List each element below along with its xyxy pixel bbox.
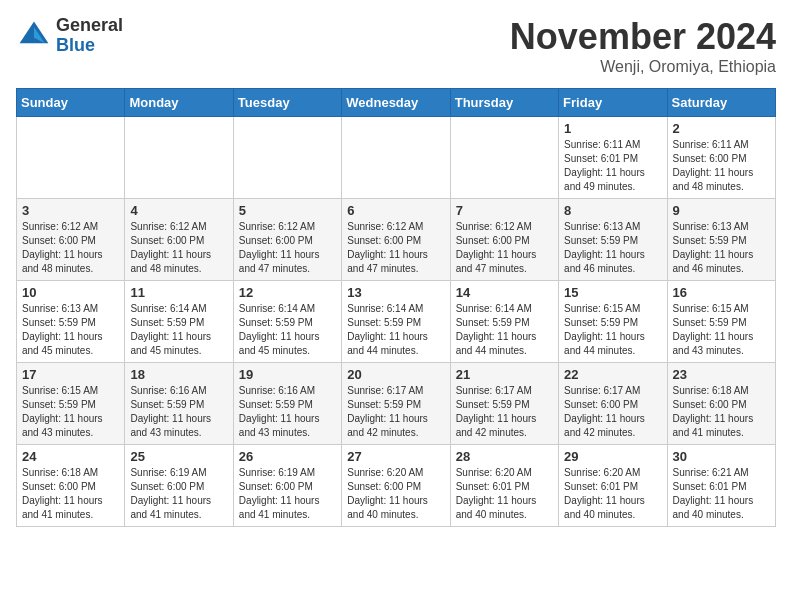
day-number: 25 [130, 449, 227, 464]
logo-icon [16, 18, 52, 54]
day-of-week-header: Sunday [17, 89, 125, 117]
day-info: Sunrise: 6:14 AM Sunset: 5:59 PM Dayligh… [239, 302, 336, 358]
calendar-day-cell [342, 117, 450, 199]
day-number: 24 [22, 449, 119, 464]
day-number: 28 [456, 449, 553, 464]
calendar-day-cell: 30Sunrise: 6:21 AM Sunset: 6:01 PM Dayli… [667, 445, 775, 527]
calendar-day-cell: 5Sunrise: 6:12 AM Sunset: 6:00 PM Daylig… [233, 199, 341, 281]
calendar-day-cell [17, 117, 125, 199]
day-info: Sunrise: 6:11 AM Sunset: 6:01 PM Dayligh… [564, 138, 661, 194]
day-info: Sunrise: 6:19 AM Sunset: 6:00 PM Dayligh… [130, 466, 227, 522]
day-info: Sunrise: 6:20 AM Sunset: 6:01 PM Dayligh… [564, 466, 661, 522]
calendar-day-cell: 2Sunrise: 6:11 AM Sunset: 6:00 PM Daylig… [667, 117, 775, 199]
day-info: Sunrise: 6:12 AM Sunset: 6:00 PM Dayligh… [456, 220, 553, 276]
day-info: Sunrise: 6:19 AM Sunset: 6:00 PM Dayligh… [239, 466, 336, 522]
calendar-week-row: 24Sunrise: 6:18 AM Sunset: 6:00 PM Dayli… [17, 445, 776, 527]
day-of-week-header: Friday [559, 89, 667, 117]
title-block: November 2024 Wenji, Oromiya, Ethiopia [510, 16, 776, 76]
day-info: Sunrise: 6:20 AM Sunset: 6:00 PM Dayligh… [347, 466, 444, 522]
calendar-day-cell: 21Sunrise: 6:17 AM Sunset: 5:59 PM Dayli… [450, 363, 558, 445]
day-info: Sunrise: 6:14 AM Sunset: 5:59 PM Dayligh… [130, 302, 227, 358]
page-header: General Blue November 2024 Wenji, Oromiy… [16, 16, 776, 76]
day-info: Sunrise: 6:12 AM Sunset: 6:00 PM Dayligh… [239, 220, 336, 276]
calendar-header-row: SundayMondayTuesdayWednesdayThursdayFrid… [17, 89, 776, 117]
day-number: 1 [564, 121, 661, 136]
day-info: Sunrise: 6:13 AM Sunset: 5:59 PM Dayligh… [673, 220, 770, 276]
day-number: 4 [130, 203, 227, 218]
calendar-day-cell: 29Sunrise: 6:20 AM Sunset: 6:01 PM Dayli… [559, 445, 667, 527]
calendar-day-cell: 28Sunrise: 6:20 AM Sunset: 6:01 PM Dayli… [450, 445, 558, 527]
day-number: 20 [347, 367, 444, 382]
day-info: Sunrise: 6:12 AM Sunset: 6:00 PM Dayligh… [22, 220, 119, 276]
calendar-day-cell: 27Sunrise: 6:20 AM Sunset: 6:00 PM Dayli… [342, 445, 450, 527]
day-info: Sunrise: 6:16 AM Sunset: 5:59 PM Dayligh… [239, 384, 336, 440]
month-title: November 2024 [510, 16, 776, 58]
day-info: Sunrise: 6:17 AM Sunset: 5:59 PM Dayligh… [347, 384, 444, 440]
calendar-week-row: 1Sunrise: 6:11 AM Sunset: 6:01 PM Daylig… [17, 117, 776, 199]
day-info: Sunrise: 6:17 AM Sunset: 5:59 PM Dayligh… [456, 384, 553, 440]
calendar-day-cell: 3Sunrise: 6:12 AM Sunset: 6:00 PM Daylig… [17, 199, 125, 281]
day-number: 21 [456, 367, 553, 382]
day-number: 6 [347, 203, 444, 218]
calendar-day-cell: 17Sunrise: 6:15 AM Sunset: 5:59 PM Dayli… [17, 363, 125, 445]
calendar-day-cell: 19Sunrise: 6:16 AM Sunset: 5:59 PM Dayli… [233, 363, 341, 445]
calendar-day-cell: 11Sunrise: 6:14 AM Sunset: 5:59 PM Dayli… [125, 281, 233, 363]
day-info: Sunrise: 6:21 AM Sunset: 6:01 PM Dayligh… [673, 466, 770, 522]
day-number: 11 [130, 285, 227, 300]
day-info: Sunrise: 6:11 AM Sunset: 6:00 PM Dayligh… [673, 138, 770, 194]
day-number: 22 [564, 367, 661, 382]
calendar-day-cell: 10Sunrise: 6:13 AM Sunset: 5:59 PM Dayli… [17, 281, 125, 363]
calendar-day-cell: 8Sunrise: 6:13 AM Sunset: 5:59 PM Daylig… [559, 199, 667, 281]
logo: General Blue [16, 16, 123, 56]
day-info: Sunrise: 6:16 AM Sunset: 5:59 PM Dayligh… [130, 384, 227, 440]
day-info: Sunrise: 6:13 AM Sunset: 5:59 PM Dayligh… [564, 220, 661, 276]
calendar-day-cell: 23Sunrise: 6:18 AM Sunset: 6:00 PM Dayli… [667, 363, 775, 445]
calendar-day-cell: 15Sunrise: 6:15 AM Sunset: 5:59 PM Dayli… [559, 281, 667, 363]
logo-blue-text: Blue [56, 36, 123, 56]
day-number: 23 [673, 367, 770, 382]
day-number: 12 [239, 285, 336, 300]
calendar-day-cell: 25Sunrise: 6:19 AM Sunset: 6:00 PM Dayli… [125, 445, 233, 527]
day-number: 27 [347, 449, 444, 464]
calendar-day-cell [125, 117, 233, 199]
day-number: 17 [22, 367, 119, 382]
calendar-day-cell: 6Sunrise: 6:12 AM Sunset: 6:00 PM Daylig… [342, 199, 450, 281]
day-number: 19 [239, 367, 336, 382]
day-info: Sunrise: 6:20 AM Sunset: 6:01 PM Dayligh… [456, 466, 553, 522]
calendar-week-row: 3Sunrise: 6:12 AM Sunset: 6:00 PM Daylig… [17, 199, 776, 281]
day-info: Sunrise: 6:12 AM Sunset: 6:00 PM Dayligh… [130, 220, 227, 276]
calendar-day-cell: 24Sunrise: 6:18 AM Sunset: 6:00 PM Dayli… [17, 445, 125, 527]
day-info: Sunrise: 6:14 AM Sunset: 5:59 PM Dayligh… [347, 302, 444, 358]
calendar-day-cell: 18Sunrise: 6:16 AM Sunset: 5:59 PM Dayli… [125, 363, 233, 445]
day-info: Sunrise: 6:15 AM Sunset: 5:59 PM Dayligh… [22, 384, 119, 440]
day-info: Sunrise: 6:13 AM Sunset: 5:59 PM Dayligh… [22, 302, 119, 358]
day-number: 29 [564, 449, 661, 464]
calendar-day-cell: 13Sunrise: 6:14 AM Sunset: 5:59 PM Dayli… [342, 281, 450, 363]
calendar-day-cell: 16Sunrise: 6:15 AM Sunset: 5:59 PM Dayli… [667, 281, 775, 363]
day-info: Sunrise: 6:15 AM Sunset: 5:59 PM Dayligh… [564, 302, 661, 358]
day-number: 30 [673, 449, 770, 464]
day-number: 13 [347, 285, 444, 300]
calendar-day-cell: 1Sunrise: 6:11 AM Sunset: 6:01 PM Daylig… [559, 117, 667, 199]
calendar-table: SundayMondayTuesdayWednesdayThursdayFrid… [16, 88, 776, 527]
calendar-day-cell: 12Sunrise: 6:14 AM Sunset: 5:59 PM Dayli… [233, 281, 341, 363]
day-number: 2 [673, 121, 770, 136]
calendar-day-cell: 7Sunrise: 6:12 AM Sunset: 6:00 PM Daylig… [450, 199, 558, 281]
calendar-week-row: 10Sunrise: 6:13 AM Sunset: 5:59 PM Dayli… [17, 281, 776, 363]
day-info: Sunrise: 6:12 AM Sunset: 6:00 PM Dayligh… [347, 220, 444, 276]
day-info: Sunrise: 6:18 AM Sunset: 6:00 PM Dayligh… [673, 384, 770, 440]
day-number: 15 [564, 285, 661, 300]
calendar-day-cell: 14Sunrise: 6:14 AM Sunset: 5:59 PM Dayli… [450, 281, 558, 363]
day-of-week-header: Saturday [667, 89, 775, 117]
calendar-day-cell: 4Sunrise: 6:12 AM Sunset: 6:00 PM Daylig… [125, 199, 233, 281]
day-number: 7 [456, 203, 553, 218]
day-number: 26 [239, 449, 336, 464]
logo-general-text: General [56, 16, 123, 36]
calendar-day-cell: 26Sunrise: 6:19 AM Sunset: 6:00 PM Dayli… [233, 445, 341, 527]
day-number: 14 [456, 285, 553, 300]
calendar-week-row: 17Sunrise: 6:15 AM Sunset: 5:59 PM Dayli… [17, 363, 776, 445]
day-number: 16 [673, 285, 770, 300]
day-of-week-header: Thursday [450, 89, 558, 117]
day-number: 9 [673, 203, 770, 218]
day-info: Sunrise: 6:18 AM Sunset: 6:00 PM Dayligh… [22, 466, 119, 522]
